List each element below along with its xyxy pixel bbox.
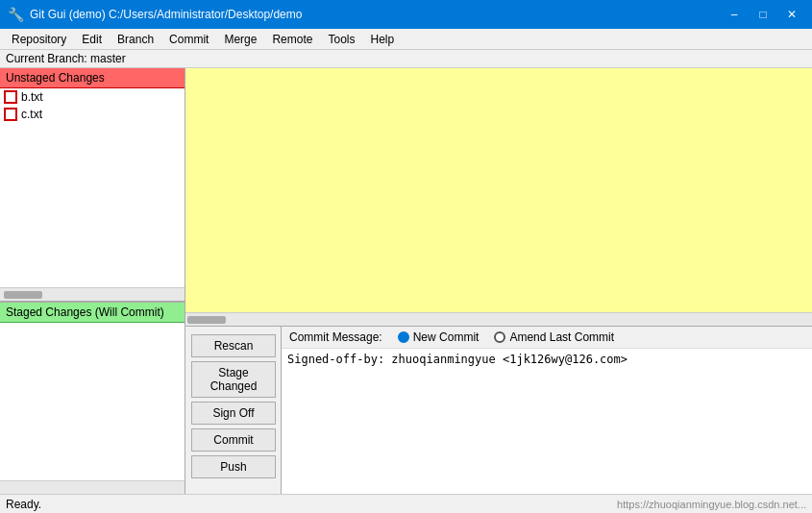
modified-file-icon: [4, 108, 17, 121]
unstaged-horizontal-scrollbar[interactable]: [0, 287, 185, 301]
commit-message-label: Commit Message:: [289, 330, 382, 344]
right-panel: Rescan Stage Changed Sign Off Commit Pus…: [185, 68, 812, 494]
commit-message-header: Commit Message: New Commit Amend Last Co…: [282, 327, 812, 349]
title-bar-left: 🔧 Git Gui (demo) C:/Users/Administrator/…: [8, 7, 302, 22]
diff-content: [185, 68, 812, 76]
action-buttons: Rescan Stage Changed Sign Off Commit Pus…: [185, 327, 282, 494]
list-item[interactable]: b.txt: [0, 88, 185, 106]
push-button[interactable]: Push: [191, 455, 276, 478]
staged-list[interactable]: [0, 323, 185, 480]
current-branch-text: Current Branch: master: [6, 52, 126, 65]
menu-remote[interactable]: Remote: [264, 31, 320, 48]
list-item[interactable]: c.txt: [0, 106, 185, 123]
branch-bar: Current Branch: master: [0, 50, 812, 68]
menu-edit[interactable]: Edit: [74, 31, 110, 48]
file-name: c.txt: [21, 108, 42, 121]
bottom-right: Rescan Stage Changed Sign Off Commit Pus…: [185, 326, 812, 494]
file-name: b.txt: [21, 90, 43, 104]
new-commit-label: New Commit: [413, 330, 480, 344]
menu-tools[interactable]: Tools: [320, 31, 362, 48]
menu-repository[interactable]: Repository: [4, 31, 74, 48]
menu-commit[interactable]: Commit: [161, 31, 216, 48]
status-text: Ready.: [6, 498, 41, 511]
minimize-button[interactable]: –: [722, 5, 747, 24]
title-bar-controls: – □ ✕: [722, 5, 804, 24]
commit-message-textarea[interactable]: Signed-off-by: zhuoqianmingyue <1jk126wy…: [282, 349, 812, 494]
modified-file-icon: [4, 90, 17, 104]
new-commit-option[interactable]: New Commit: [398, 330, 480, 344]
staged-header: Staged Changes (Will Commit): [0, 302, 185, 323]
staged-horizontal-scrollbar[interactable]: [0, 480, 185, 494]
menu-branch[interactable]: Branch: [110, 31, 161, 48]
amend-last-radio[interactable]: [494, 331, 505, 343]
unstaged-list[interactable]: b.txt c.txt: [0, 88, 185, 287]
rescan-button[interactable]: Rescan: [191, 334, 276, 357]
menu-merge[interactable]: Merge: [216, 31, 264, 48]
menu-bar: Repository Edit Branch Commit Merge Remo…: [0, 29, 812, 50]
left-panel: Unstaged Changes b.txt c.txt Staged Chan…: [0, 68, 185, 494]
status-url: https://zhuoqianmingyue.blog.csdn.net...: [617, 499, 806, 510]
close-button[interactable]: ✕: [779, 5, 804, 24]
commit-button[interactable]: Commit: [191, 428, 276, 452]
main-content: Unstaged Changes b.txt c.txt Staged Chan…: [0, 68, 812, 494]
diff-horizontal-scrollbar[interactable]: [185, 312, 812, 326]
maximize-button[interactable]: □: [750, 5, 775, 24]
app-icon: 🔧: [8, 7, 24, 22]
staged-section: Staged Changes (Will Commit): [0, 302, 185, 494]
new-commit-radio[interactable]: [398, 331, 409, 343]
title-bar-title: Git Gui (demo) C:/Users/Administrator/De…: [30, 8, 302, 21]
status-bar: Ready. https://zhuoqianmingyue.blog.csdn…: [0, 494, 812, 513]
diff-area[interactable]: [185, 68, 812, 312]
title-bar: 🔧 Git Gui (demo) C:/Users/Administrator/…: [0, 0, 812, 29]
scrollbar-thumb: [187, 316, 226, 324]
stage-changed-button[interactable]: Stage Changed: [191, 361, 276, 398]
sign-off-button[interactable]: Sign Off: [191, 402, 276, 425]
amend-last-label: Amend Last Commit: [509, 330, 614, 344]
scrollbar-thumb: [4, 291, 42, 299]
unstaged-section: Unstaged Changes b.txt c.txt: [0, 68, 185, 302]
amend-last-option[interactable]: Amend Last Commit: [494, 330, 614, 344]
unstaged-header: Unstaged Changes: [0, 68, 185, 88]
menu-help[interactable]: Help: [362, 31, 402, 48]
commit-area: Commit Message: New Commit Amend Last Co…: [282, 327, 812, 494]
